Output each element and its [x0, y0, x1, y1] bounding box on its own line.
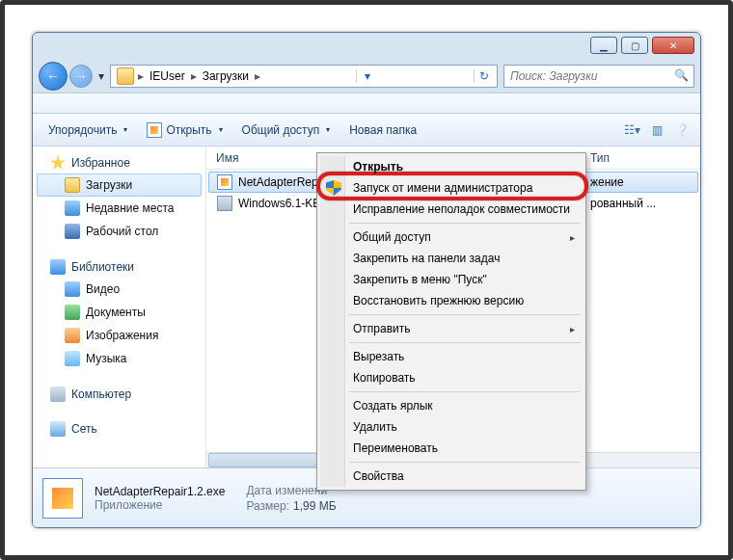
- ctx-shortcut[interactable]: Создать ярлык: [320, 395, 583, 416]
- sidebar-item-videos[interactable]: Видео: [33, 278, 205, 301]
- sidebar-header-favorites[interactable]: Избранное: [33, 152, 205, 173]
- video-icon: [65, 281, 80, 297]
- toolbar: Упорядочить Открыть Общий доступ Новая п…: [33, 114, 700, 147]
- breadcrumb-seg-folder[interactable]: Загрузки: [197, 67, 255, 85]
- ctx-pin-taskbar[interactable]: Закрепить на панели задач: [320, 248, 583, 269]
- context-menu: Открыть Запуск от имени администратора И…: [316, 152, 586, 491]
- file-type: рованный ...: [590, 197, 656, 210]
- details-filename: NetAdapterRepair1.2.exe: [95, 485, 225, 498]
- back-button[interactable]: ←: [39, 62, 68, 91]
- ctx-label: Запуск от имени администратора: [353, 181, 532, 195]
- col-type[interactable]: Тип: [581, 151, 700, 165]
- refresh-dropdown[interactable]: ▾: [356, 69, 377, 83]
- open-label: Открыть: [166, 123, 211, 137]
- breadcrumb-sep: ▸: [255, 69, 260, 83]
- ctx-properties[interactable]: Свойства: [320, 466, 583, 487]
- details-size-label: Размер:: [246, 499, 289, 513]
- sidebar-header-network[interactable]: Сеть: [33, 418, 205, 440]
- ctx-send-to[interactable]: Отправить: [320, 318, 583, 339]
- ctx-copy[interactable]: Копировать: [320, 367, 583, 388]
- maximize-button[interactable]: ▢: [621, 37, 648, 54]
- network-icon: [50, 421, 66, 437]
- sidebar-item-label: Недавние места: [86, 201, 174, 215]
- network-label: Сеть: [71, 422, 97, 436]
- close-button[interactable]: ✕: [652, 37, 694, 54]
- sidebar-item-downloads[interactable]: Загрузки: [37, 173, 202, 197]
- ctx-open[interactable]: Открыть: [320, 156, 583, 177]
- ctx-troubleshoot[interactable]: Исправление неполадок совместимости: [320, 199, 583, 220]
- address-bar[interactable]: ▸ IEUser ▸ Загрузки ▸ ▾ ↻: [110, 65, 498, 88]
- recent-icon: [65, 200, 80, 216]
- minimize-button[interactable]: ▁: [590, 37, 617, 54]
- libraries-label: Библиотеки: [71, 260, 134, 274]
- sidebar: Избранное Загрузки Недавние места Рабочи…: [33, 147, 206, 467]
- music-icon: [65, 351, 80, 366]
- sidebar-header-computer[interactable]: Компьютер: [33, 384, 205, 405]
- computer-label: Компьютер: [71, 387, 131, 401]
- application-icon: [147, 122, 162, 138]
- new-folder-button[interactable]: Новая папка: [341, 120, 424, 141]
- sidebar-item-documents[interactable]: Документы: [33, 301, 205, 324]
- help-icon[interactable]: ❔: [671, 120, 692, 141]
- refresh-button[interactable]: ↻: [474, 69, 495, 83]
- menu-bar: [33, 93, 700, 114]
- details-filetype: Приложение: [95, 498, 225, 512]
- sidebar-item-label: Документы: [86, 306, 146, 319]
- sidebar-header-libraries[interactable]: Библиотеки: [33, 256, 205, 278]
- sidebar-item-label: Изображения: [86, 329, 158, 342]
- application-icon: [217, 174, 232, 190]
- details-date-label: Дата изменени: [246, 484, 327, 497]
- sidebar-item-recent[interactable]: Недавние места: [33, 197, 205, 220]
- sidebar-item-music[interactable]: Музыка: [33, 347, 205, 370]
- computer-icon: [50, 387, 66, 402]
- view-options-icon[interactable]: ☷▾: [621, 120, 642, 141]
- shield-icon: [326, 180, 341, 196]
- file-name: NetAdapterRepai: [238, 175, 327, 189]
- ctx-restore[interactable]: Восстановить прежнюю версию: [320, 290, 583, 311]
- nav-row: ← → ▾ ▸ IEUser ▸ Загрузки ▸ ▾ ↻ 🔍: [33, 60, 700, 93]
- folder-icon: [117, 67, 134, 85]
- breadcrumb-seg-user[interactable]: IEUser: [144, 67, 191, 85]
- forward-button[interactable]: →: [69, 65, 93, 88]
- cab-icon: [217, 196, 232, 211]
- ctx-delete[interactable]: Удалить: [320, 416, 583, 438]
- share-button[interactable]: Общий доступ: [234, 120, 339, 141]
- titlebar: ▁ ▢ ✕: [33, 33, 700, 60]
- ctx-cut[interactable]: Вырезать: [320, 346, 583, 367]
- ctx-rename[interactable]: Переименовать: [320, 438, 583, 459]
- search-input[interactable]: [504, 66, 693, 87]
- sidebar-item-label: Видео: [86, 282, 120, 296]
- sidebar-item-pictures[interactable]: Изображения: [33, 324, 205, 347]
- file-type: жение: [590, 175, 624, 189]
- history-dropdown-icon[interactable]: ▾: [95, 67, 108, 86]
- ctx-run-as-admin[interactable]: Запуск от имени администратора: [320, 177, 583, 199]
- file-name: Windows6.1-KB: [238, 197, 320, 210]
- favorites-label: Избранное: [71, 156, 130, 170]
- star-icon: [50, 155, 66, 171]
- libraries-icon: [50, 259, 66, 275]
- details-size-value: 1,99 МБ: [293, 499, 337, 513]
- sidebar-item-label: Рабочий стол: [86, 225, 158, 238]
- folder-icon: [65, 177, 80, 193]
- desktop-icon: [65, 224, 80, 239]
- ctx-share[interactable]: Общий доступ: [320, 227, 583, 248]
- pictures-icon: [65, 328, 80, 343]
- documents-icon: [65, 305, 80, 320]
- sidebar-item-desktop[interactable]: Рабочий стол: [33, 220, 205, 243]
- sidebar-item-label: Загрузки: [86, 178, 132, 192]
- file-large-icon: [42, 478, 83, 519]
- open-button[interactable]: Открыть: [139, 119, 230, 142]
- preview-pane-icon[interactable]: ▥: [646, 120, 667, 141]
- ctx-pin-start[interactable]: Закрепить в меню "Пуск": [320, 269, 583, 290]
- sidebar-item-label: Музыка: [86, 352, 126, 365]
- search-box[interactable]: 🔍: [503, 65, 694, 88]
- search-icon: 🔍: [674, 68, 690, 84]
- organize-button[interactable]: Упорядочить: [41, 120, 135, 141]
